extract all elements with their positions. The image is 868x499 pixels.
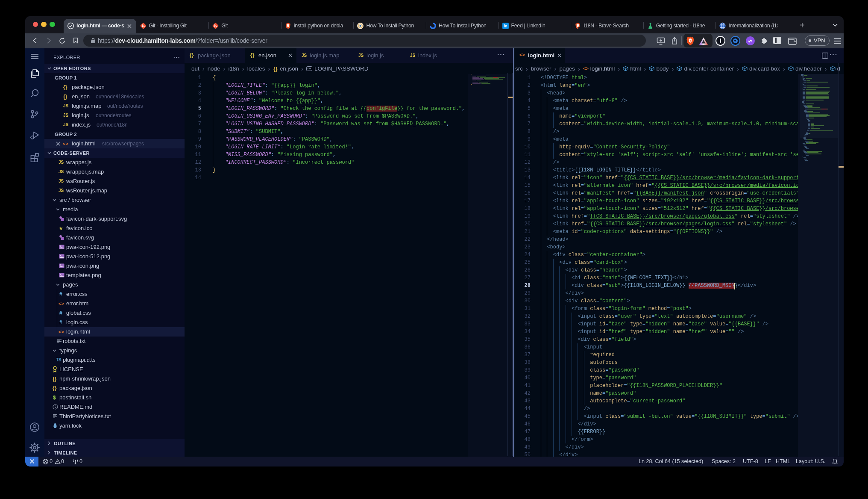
- svg-text:in: in: [504, 24, 507, 28]
